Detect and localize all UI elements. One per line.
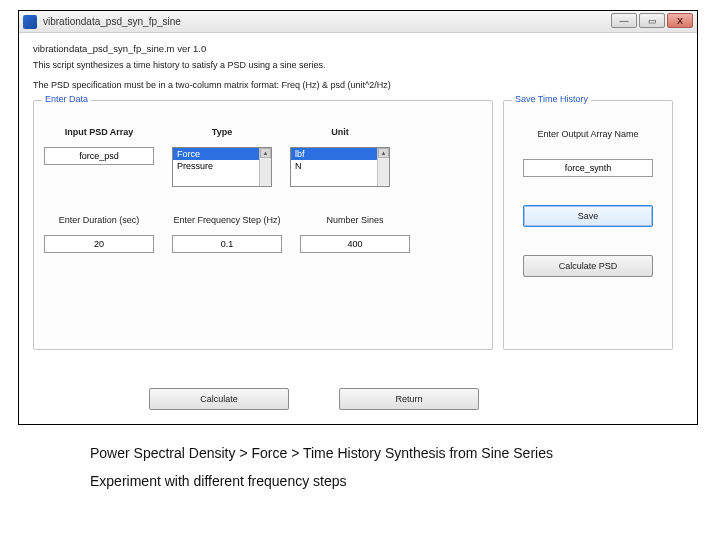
input-psd-label: Input PSD Array — [65, 127, 134, 137]
output-array-label: Enter Output Array Name — [537, 129, 638, 139]
titlebar: vibrationdata_psd_syn_fp_sine — ▭ X — [19, 11, 697, 33]
minimize-button[interactable]: — — [611, 13, 637, 28]
freqstep-field[interactable] — [172, 235, 282, 253]
bottom-buttons: Calculate Return — [149, 388, 479, 410]
type-scrollbar[interactable]: ▲ — [259, 148, 271, 186]
row-inputs-bottom: Enter Duration (sec) Enter Frequency Ste… — [44, 215, 482, 253]
client-area: vibrationdata_psd_syn_fp_sine.m ver 1.0 … — [19, 33, 697, 424]
calculate-psd-button[interactable]: Calculate PSD — [523, 255, 653, 277]
unit-listbox[interactable]: lbf N ▲ — [290, 147, 390, 187]
numsines-label: Number Sines — [326, 215, 383, 225]
unit-col: Unit lbf N ▲ — [290, 127, 390, 187]
duration-col: Enter Duration (sec) — [44, 215, 154, 253]
panels: Enter Data Input PSD Array Type Force Pr… — [33, 100, 683, 350]
type-option-pressure[interactable]: Pressure — [173, 160, 271, 172]
type-col: Type Force Pressure ▲ — [172, 127, 272, 187]
enter-data-legend: Enter Data — [42, 94, 91, 104]
save-button[interactable]: Save — [523, 205, 653, 227]
scroll-up-icon[interactable]: ▲ — [378, 148, 389, 158]
enter-data-group: Enter Data Input PSD Array Type Force Pr… — [33, 100, 493, 350]
return-button[interactable]: Return — [339, 388, 479, 410]
duration-field[interactable] — [44, 235, 154, 253]
duration-label: Enter Duration (sec) — [59, 215, 140, 225]
row-inputs-top: Input PSD Array Type Force Pressure ▲ — [44, 127, 482, 187]
numsines-field[interactable] — [300, 235, 410, 253]
type-option-force[interactable]: Force — [173, 148, 271, 160]
window-title: vibrationdata_psd_syn_fp_sine — [43, 16, 181, 27]
scroll-up-icon[interactable]: ▲ — [260, 148, 271, 158]
app-icon — [23, 15, 37, 29]
unit-option-lbf[interactable]: lbf — [291, 148, 389, 160]
type-listbox[interactable]: Force Pressure ▲ — [172, 147, 272, 187]
output-array-field[interactable] — [523, 159, 653, 177]
caption-breadcrumb: Power Spectral Density > Force > Time Hi… — [90, 445, 720, 461]
type-label: Type — [212, 127, 232, 137]
unit-scrollbar[interactable]: ▲ — [377, 148, 389, 186]
numsines-col: Number Sines — [300, 215, 410, 253]
script-filename: vibrationdata_psd_syn_fp_sine.m ver 1.0 — [33, 43, 683, 54]
close-button[interactable]: X — [667, 13, 693, 28]
unit-option-n[interactable]: N — [291, 160, 389, 172]
window-controls: — ▭ X — [611, 13, 693, 28]
input-psd-col: Input PSD Array — [44, 127, 154, 187]
freqstep-label: Enter Frequency Step (Hz) — [173, 215, 280, 225]
app-window: vibrationdata_psd_syn_fp_sine — ▭ X vibr… — [18, 10, 698, 425]
description-1: This script synthesizes a time history t… — [33, 60, 683, 70]
input-psd-field[interactable] — [44, 147, 154, 165]
unit-label: Unit — [331, 127, 349, 137]
save-group: Save Time History Enter Output Array Nam… — [503, 100, 673, 350]
freqstep-col: Enter Frequency Step (Hz) — [172, 215, 282, 253]
description-2: The PSD specification must be in a two-c… — [33, 80, 683, 90]
caption-hint: Experiment with different frequency step… — [90, 473, 720, 489]
maximize-button[interactable]: ▭ — [639, 13, 665, 28]
save-legend: Save Time History — [512, 94, 591, 104]
calculate-button[interactable]: Calculate — [149, 388, 289, 410]
